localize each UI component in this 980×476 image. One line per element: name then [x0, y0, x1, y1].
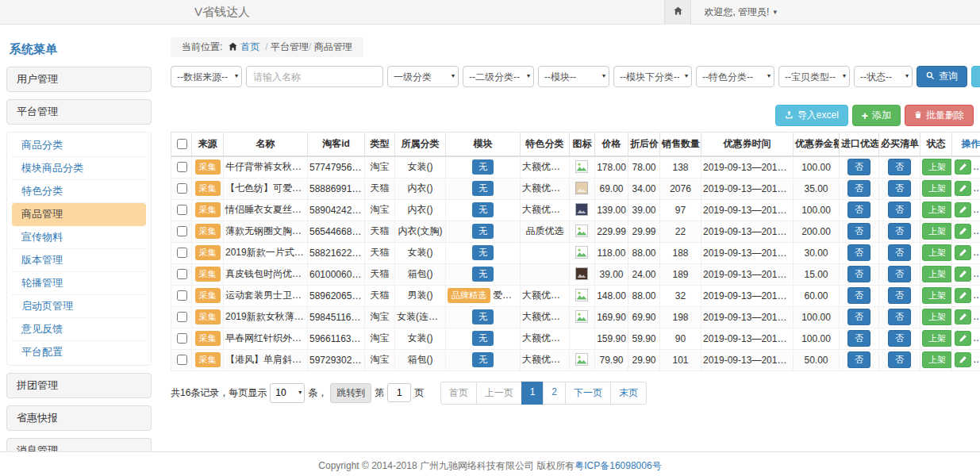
add-button[interactable]: +添加 — [852, 105, 901, 126]
status-toggle[interactable]: 上架 — [922, 180, 952, 197]
sidebar-item-group-buy-management[interactable]: 拼团管理 — [6, 373, 152, 398]
edit-button[interactable] — [955, 202, 971, 217]
sidebar-item-feature-category[interactable]: 特色分类 — [12, 180, 146, 203]
edit-button[interactable] — [955, 309, 971, 324]
import-select-toggle[interactable]: 否 — [847, 244, 870, 261]
edit-button[interactable] — [955, 159, 971, 175]
edit-button[interactable] — [955, 224, 971, 239]
jump-button[interactable]: 跳转到 — [330, 383, 371, 403]
import-excel-button[interactable]: 导入excel — [775, 105, 848, 126]
row-checkbox[interactable] — [177, 312, 187, 322]
module-badge[interactable]: 无 — [472, 159, 494, 175]
sidebar-item-module-goods-category[interactable]: 模块商品分类 — [12, 157, 146, 180]
row-checkbox[interactable] — [177, 162, 187, 172]
page-button-下一页[interactable]: 下一页 — [565, 382, 611, 405]
row-checkbox[interactable] — [177, 183, 187, 194]
module-badge[interactable]: 无 — [472, 331, 494, 346]
status-toggle[interactable]: 上架 — [922, 159, 952, 175]
level1-category-select[interactable]: 一级分类 — [387, 66, 459, 87]
module-badge[interactable]: 品牌精选 — [448, 288, 490, 303]
import-select-toggle[interactable]: 否 — [847, 287, 870, 304]
module-badge[interactable]: 无 — [472, 352, 494, 367]
must-buy-toggle[interactable]: 否 — [888, 287, 911, 304]
sidebar-item-version-management[interactable]: 版本管理 — [12, 249, 146, 272]
must-buy-toggle[interactable]: 否 — [888, 244, 911, 261]
status-toggle[interactable]: 上架 — [922, 351, 952, 368]
sidebar-item-goods-management[interactable]: 商品管理 — [12, 203, 146, 226]
import-select-toggle[interactable]: 否 — [847, 309, 870, 325]
page-button-1[interactable]: 1 — [521, 382, 544, 405]
icp-link[interactable]: 粤ICP备16098006号 — [575, 460, 661, 471]
import-select-toggle[interactable]: 否 — [847, 330, 870, 347]
batch-delete-button[interactable]: 批量删除 — [905, 105, 974, 126]
reset-button[interactable]: 重置 — [971, 66, 980, 87]
edit-button[interactable] — [955, 245, 971, 260]
row-checkbox[interactable] — [177, 290, 187, 301]
user-menu[interactable]: 欢迎您, 管理员! ▾ — [691, 0, 790, 25]
must-buy-toggle[interactable]: 否 — [888, 223, 911, 240]
module-badge[interactable]: 无 — [472, 267, 494, 282]
page-number-input[interactable] — [387, 383, 411, 402]
row-checkbox[interactable] — [177, 333, 187, 344]
module-sub-select[interactable]: --模块下分类-- — [613, 66, 692, 87]
status-toggle[interactable]: 上架 — [922, 266, 952, 282]
edit-button[interactable] — [955, 331, 971, 346]
module-badge[interactable]: 无 — [472, 224, 494, 239]
sidebar-item-platform-management[interactable]: 平台管理 — [6, 99, 152, 125]
status-toggle[interactable]: 上架 — [922, 309, 952, 325]
feature-category-select[interactable]: --特色分类-- — [696, 66, 774, 87]
sidebar-item-user-management[interactable]: 用户管理 — [6, 67, 152, 92]
edit-button[interactable] — [955, 267, 971, 282]
module-badge[interactable]: 无 — [472, 181, 494, 196]
status-toggle[interactable]: 上架 — [922, 202, 952, 218]
status-select[interactable]: --状态-- — [854, 66, 913, 87]
must-buy-toggle[interactable]: 否 — [888, 309, 911, 325]
status-toggle[interactable]: 上架 — [922, 244, 952, 261]
status-toggle[interactable]: 上架 — [922, 330, 952, 347]
must-buy-toggle[interactable]: 否 — [888, 180, 911, 197]
name-input[interactable] — [246, 66, 383, 87]
must-buy-toggle[interactable]: 否 — [888, 159, 911, 175]
item-type-select[interactable]: --宝贝类型-- — [778, 66, 850, 87]
module-badge[interactable]: 无 — [472, 245, 494, 260]
import-select-toggle[interactable]: 否 — [847, 159, 870, 175]
import-select-toggle[interactable]: 否 — [847, 266, 870, 282]
select-all-checkbox[interactable] — [177, 139, 187, 149]
sidebar-item-splash-page-management[interactable]: 启动页管理 — [12, 295, 146, 318]
per-page-select[interactable]: 10 — [270, 383, 305, 403]
sidebar-item-platform-config[interactable]: 平台配置 — [12, 341, 146, 363]
module-badge[interactable]: 无 — [472, 202, 494, 217]
page-button-2[interactable]: 2 — [543, 382, 566, 405]
home-button[interactable] — [664, 0, 691, 25]
import-select-toggle[interactable]: 否 — [847, 351, 870, 368]
edit-button[interactable] — [955, 352, 971, 367]
row-checkbox[interactable] — [177, 248, 187, 258]
sidebar-item-goods-category[interactable]: 商品分类 — [12, 134, 146, 157]
must-buy-toggle[interactable]: 否 — [888, 330, 911, 347]
row-checkbox[interactable] — [177, 226, 187, 236]
must-buy-toggle[interactable]: 否 — [888, 351, 911, 368]
import-select-toggle[interactable]: 否 — [847, 202, 870, 218]
row-checkbox[interactable] — [177, 205, 187, 215]
edit-button[interactable] — [955, 181, 971, 196]
module-select[interactable]: --模块-- — [538, 66, 609, 87]
sidebar-item-promo-materials[interactable]: 宣传物料 — [12, 226, 146, 249]
sidebar-item-saving-express[interactable]: 省惠快报 — [6, 405, 152, 431]
breadcrumb-home-link[interactable]: 首页 — [228, 40, 259, 54]
data-source-select[interactable]: --数据来源-- — [171, 66, 242, 87]
level2-category-select[interactable]: --二级分类-- — [463, 66, 534, 87]
sidebar-item-feedback[interactable]: 意见反馈 — [12, 318, 146, 341]
search-button[interactable]: 查询 — [917, 66, 967, 87]
row-checkbox[interactable] — [177, 269, 187, 279]
must-buy-toggle[interactable]: 否 — [888, 266, 911, 282]
edit-button[interactable] — [955, 288, 971, 303]
import-select-toggle[interactable]: 否 — [847, 223, 870, 240]
page-button-末页[interactable]: 末页 — [610, 382, 647, 405]
row-checkbox[interactable] — [177, 355, 187, 365]
status-toggle[interactable]: 上架 — [922, 223, 952, 240]
sidebar-item-carousel-management[interactable]: 轮播管理 — [12, 272, 146, 295]
module-badge[interactable]: 无 — [472, 309, 494, 324]
status-toggle[interactable]: 上架 — [922, 287, 952, 304]
must-buy-toggle[interactable]: 否 — [888, 202, 911, 218]
import-select-toggle[interactable]: 否 — [847, 180, 870, 197]
